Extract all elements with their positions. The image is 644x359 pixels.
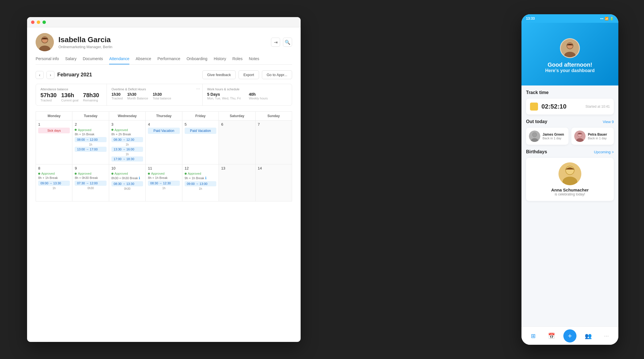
days-value: 5 Days xyxy=(207,92,241,97)
day-num-8: 8 xyxy=(38,166,70,170)
overtime-more-icon[interactable]: ··· xyxy=(196,86,200,91)
tracked-label: Tracked xyxy=(40,99,57,102)
ot-total-label: Total balance xyxy=(153,97,171,100)
view-out-today-link[interactable]: View 9 xyxy=(603,120,614,124)
nav-people-icon[interactable]: 👥 xyxy=(582,330,595,342)
phone-greeting-line1: Good afternoon! xyxy=(548,62,592,68)
nav-add-button[interactable]: + xyxy=(563,329,576,342)
day-num-13: 13 xyxy=(221,166,253,170)
search-icon[interactable]: 🔍 xyxy=(283,38,292,47)
weekly-label: Weekly hours xyxy=(249,97,268,100)
overtime-section: ··· Overtime & Deficit Hours 1h30 Tracke… xyxy=(107,84,203,105)
cal-day-10[interactable]: 10 Approved 8h30 + 0h30 Break ℹ 08:30 → … xyxy=(109,164,146,201)
avatar xyxy=(36,33,54,51)
track-time-card[interactable]: 02:52:10 Started at 10:41 xyxy=(526,99,614,115)
phone-body: Track time 02:52:10 Started at 10:41 Out… xyxy=(521,85,618,327)
minimize-dot[interactable] xyxy=(37,21,40,24)
out-person-petra[interactable]: Petra Bauer Back in 1 day xyxy=(571,128,614,145)
tab-performance[interactable]: Performance xyxy=(158,56,180,64)
cal-day-3[interactable]: 3 Approved 8h + 2h Break 08:30 → 12:30 1… xyxy=(109,121,146,164)
nav-calendar-icon[interactable]: 📅 xyxy=(545,330,558,342)
ot-tracked-value: 1h30 xyxy=(111,92,123,97)
petra-info: Petra Bauer Back in 1 day xyxy=(588,132,607,140)
next-month-button[interactable]: › xyxy=(46,71,54,79)
prev-month-button[interactable]: ‹ xyxy=(36,71,44,79)
svg-point-11 xyxy=(533,133,537,137)
tab-salary[interactable]: Salary xyxy=(65,56,77,64)
out-person-james[interactable]: James Green Back in 1 day xyxy=(526,128,568,145)
signal-icon: ▪▪▪ xyxy=(600,17,604,20)
time-sep-10a: 0h30 xyxy=(111,187,143,190)
cal-day-12[interactable]: 12 Approved 9h + 1h Break ℹ 09:00 → 13:0… xyxy=(182,164,219,201)
track-stop-button[interactable] xyxy=(530,103,538,111)
ot-month-label: Month Balance xyxy=(127,97,148,100)
approved-badge-8: Approved xyxy=(38,172,55,175)
birthday-card[interactable]: Anna Schumacher is celebrating today! xyxy=(526,158,614,201)
cal-day-8[interactable]: 8 Approved 8h + 1h Break 09:00 → 13:30 1… xyxy=(36,164,72,201)
day-num-2: 2 xyxy=(75,122,106,127)
give-feedback-button[interactable]: Give feedback xyxy=(202,70,236,79)
time-block-2a: 08:00 → 12:00 xyxy=(75,137,106,142)
day-num-11: 11 xyxy=(148,166,180,170)
tab-roles[interactable]: Roles xyxy=(232,56,242,64)
profile-subtitle: Onlinemarketing Manager, Berlin xyxy=(58,45,112,49)
work-hours-label: Work hours & schedule xyxy=(207,87,287,91)
cal-day-7[interactable]: 7 xyxy=(256,121,292,164)
sick-days-bar: Sick days xyxy=(38,128,70,133)
close-dot[interactable] xyxy=(31,21,34,24)
approved-dot-8 xyxy=(38,173,40,175)
break-label-10: 8h30 + 0h30 Break ℹ xyxy=(111,176,143,180)
day-num-4: 4 xyxy=(148,122,180,127)
tab-attendance[interactable]: Attendance xyxy=(109,56,129,64)
calendar-month: February 2021 xyxy=(57,72,92,78)
maximize-dot[interactable] xyxy=(42,21,46,24)
cal-day-11[interactable]: 11 Approved 8h + 1h Break 08:30 → 12:30 … xyxy=(146,164,182,201)
calendar-grid: 1 Sick days 2 Approved 8h + 1h Break 08:… xyxy=(36,121,292,201)
days-col: 5 Days Mon, Tue, Wed, Thu, Fri xyxy=(207,92,241,100)
cal-day-9[interactable]: 9 Approved 8h + 0h30 Break 07:30 → 12:00… xyxy=(72,164,109,201)
time-block-10a: 08:30 → 13:30 xyxy=(111,181,143,186)
share-icon[interactable]: ⇥ xyxy=(271,38,280,47)
birthday-header: Birthdays Upcoming > xyxy=(526,149,614,154)
cal-day-2[interactable]: 2 Approved 8h + 1h Break 08:00 → 12:00 1… xyxy=(72,121,109,164)
window-titlebar xyxy=(27,17,301,27)
cal-day-1[interactable]: 1 Sick days xyxy=(36,121,72,164)
break-label-2: 8h + 1h Break xyxy=(75,132,106,136)
approved-dot-2 xyxy=(75,129,77,131)
tab-notes[interactable]: Notes xyxy=(249,56,259,64)
calendar-nav: ‹ › February 2021 xyxy=(36,71,92,79)
james-status: Back in 1 day xyxy=(543,136,564,140)
mobile-phone: 13:33 ▪▪▪ 📶 🔋 Good afternoon! Here's you… xyxy=(521,14,618,345)
time-sep-8a: 1h xyxy=(38,187,70,190)
wifi-icon: 📶 xyxy=(605,17,609,21)
ot-month-value: 1h30 xyxy=(127,92,148,97)
nav-tabs: Personal info Salary Documents Attendanc… xyxy=(36,56,292,65)
battery-icon: 🔋 xyxy=(610,17,614,21)
anna-avatar xyxy=(559,162,581,185)
approved-badge-3: Approved xyxy=(111,128,128,132)
cal-day-6[interactable]: 6 xyxy=(219,121,255,164)
tab-documents[interactable]: Documents xyxy=(83,56,103,64)
tab-absence[interactable]: Absence xyxy=(136,56,151,64)
time-block-2b: 13:00 → 17:00 xyxy=(75,147,106,152)
track-timer: 02:52:10 xyxy=(541,103,582,110)
tab-onboarding[interactable]: Onboarding xyxy=(187,56,207,64)
cal-day-14[interactable]: 14 xyxy=(256,164,292,201)
approved-badge-12: Approved xyxy=(185,172,201,175)
nav-grid-icon[interactable]: ⊞ xyxy=(527,330,540,342)
time-sep-9a: 0h30 xyxy=(75,187,106,190)
work-hours-values: 5 Days Mon, Tue, Wed, Thu, Fri 40h Weekl… xyxy=(207,92,287,100)
scene: Isabella Garcia Onlinemarketing Manager,… xyxy=(0,0,644,359)
cal-day-5[interactable]: 5 Paid Vacation xyxy=(182,121,219,164)
break-label-9: 8h + 0h30 Break xyxy=(75,176,106,180)
cal-day-13[interactable]: 13 xyxy=(219,164,255,201)
overtime-values: 1h30 Tracked 1h30 Month Balance 1h30 Tot… xyxy=(111,92,198,100)
tab-personal-info[interactable]: Personal info xyxy=(36,56,59,64)
attendance-balance-values: 57h30 Tracked 136h Current goal 78h30 Re… xyxy=(40,92,102,102)
export-button[interactable]: Export xyxy=(239,70,259,79)
tab-history[interactable]: History xyxy=(214,56,226,64)
upcoming-link[interactable]: Upcoming > xyxy=(594,150,614,154)
nav-more-icon[interactable]: ··· xyxy=(600,330,613,342)
go-to-approval-button[interactable]: Go to Appr... xyxy=(262,70,292,79)
cal-day-4[interactable]: 4 Paid Vacation xyxy=(146,121,182,164)
